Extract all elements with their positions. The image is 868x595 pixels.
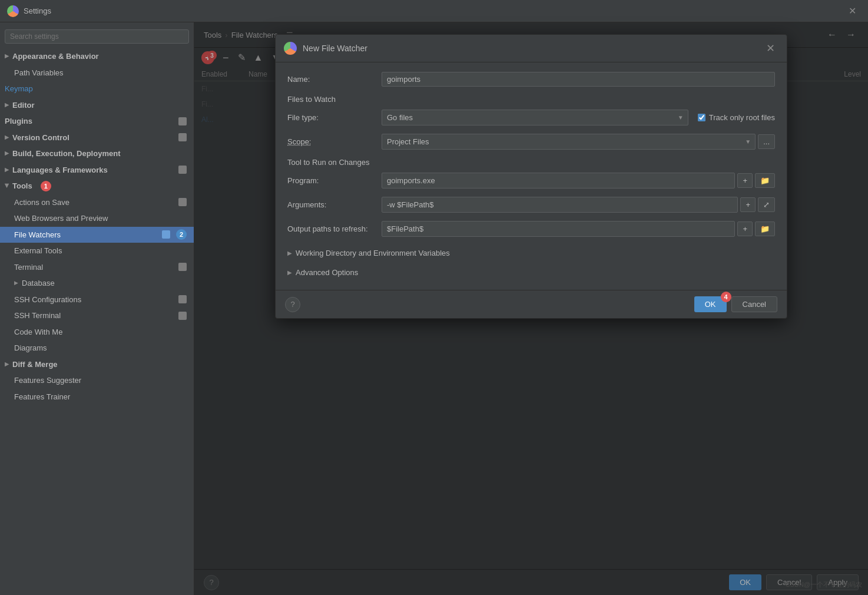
program-row: Program: + 📁 — [287, 173, 775, 189]
arguments-row: Arguments: + ⤢ — [287, 197, 775, 213]
dialog-footer: ? OK 4 Cancel — [276, 290, 787, 318]
sidebar-item-label: Terminal — [14, 262, 43, 273]
app-icon — [7, 5, 19, 17]
sidebar-item-actions-save[interactable]: Actions on Save — [0, 194, 194, 211]
file-type-select-container: Go files ▼ — [382, 110, 688, 125]
sidebar-item-path-variables[interactable]: Path Variables — [0, 65, 194, 81]
file-watchers-badge: 2 — [176, 229, 187, 240]
advanced-options-label: Advanced Options — [296, 268, 358, 277]
file-type-label: File type: — [287, 113, 382, 122]
file-type-select-wrapper: Go files ▼ Track only root files — [382, 110, 775, 125]
titlebar: Settings ✕ — [0, 0, 868, 22]
arguments-label-text: Arguments: — [287, 200, 326, 209]
sidebar-item-label: Languages & Frameworks — [12, 164, 108, 176]
file-type-select[interactable]: Go files — [382, 110, 688, 125]
sidebar-item-editor[interactable]: ▶ Editor — [0, 97, 194, 114]
sidebar-item-diagrams[interactable]: Diagrams — [0, 340, 194, 356]
expand-arrow-editor: ▶ — [5, 101, 9, 110]
new-file-watcher-dialog: New File Watcher ✕ Name: Files to Watch … — [275, 34, 787, 319]
sidebar-item-plugins[interactable]: Plugins — [0, 113, 194, 130]
expand-arrow: ▶ — [5, 52, 9, 61]
sidebar-item-features-trainer[interactable]: Features Trainer — [0, 389, 194, 405]
sidebar-item-vcs[interactable]: ▶ Version Control — [0, 130, 194, 146]
dialog-icon — [284, 42, 297, 55]
sidebar-item-label: Path Variables — [14, 67, 64, 79]
sidebar-item-features-suggester[interactable]: Features Suggester — [0, 372, 194, 389]
sidebar-item-label: Actions on Save — [14, 197, 69, 209]
sidebar-item-label: Web Browsers and Preview — [14, 213, 108, 224]
sidebar-item-terminal[interactable]: Terminal — [0, 259, 194, 276]
scope-dots-button[interactable]: ... — [758, 134, 775, 149]
sidebar-item-ssh-config[interactable]: SSH Configurations — [0, 292, 194, 308]
working-dir-header[interactable]: ▶ Working Directory and Environment Vari… — [287, 245, 775, 261]
sidebar-item-tools[interactable]: ▶ Tools 1 — [0, 178, 194, 194]
scope-select-wrapper: Project Files Project Production Files A… — [382, 134, 775, 150]
program-add-button[interactable]: + — [737, 173, 753, 188]
output-paths-input[interactable] — [382, 221, 735, 237]
output-paths-folder-button[interactable]: 📁 — [755, 222, 775, 236]
advanced-options-header[interactable]: ▶ Advanced Options — [287, 265, 775, 280]
search-input[interactable] — [5, 29, 189, 44]
expand-arrow-tools: ▶ — [3, 184, 11, 188]
dialog-ok-label: OK — [705, 300, 716, 309]
sidebar-item-ssh-terminal[interactable]: SSH Terminal — [0, 308, 194, 324]
sidebar-item-label: Version Control — [12, 132, 69, 144]
working-dir-section: ▶ Working Directory and Environment Vari… — [287, 245, 775, 261]
dialog-cancel-button[interactable]: Cancel — [731, 296, 777, 312]
vcs-icon — [178, 133, 187, 141]
dialog-title: New File Watcher — [303, 44, 763, 53]
program-label: Program: — [287, 176, 382, 185]
sidebar-item-label: Tools — [12, 180, 32, 192]
expand-arrow-build: ▶ — [5, 150, 9, 158]
name-input[interactable] — [382, 72, 775, 87]
arguments-expand-button[interactable]: ⤢ — [758, 197, 775, 212]
dialog-body: Name: Files to Watch File type: Go files… — [276, 62, 787, 290]
dialog-help-button[interactable]: ? — [285, 297, 300, 312]
sidebar-item-label: Editor — [12, 100, 35, 111]
scope-select[interactable]: Project Files Project Production Files A… — [382, 134, 756, 150]
sidebar-item-label: Build, Execution, Deployment — [12, 148, 120, 160]
scope-label: Scope: — [287, 137, 382, 146]
sidebar-item-label: Plugins — [5, 115, 32, 127]
sidebar-item-appearance[interactable]: ▶ Appearance & Behavior — [0, 48, 194, 65]
output-paths-add-button[interactable]: + — [737, 222, 753, 236]
close-button[interactable]: ✕ — [844, 3, 861, 19]
dialog-header: New File Watcher ✕ — [276, 35, 787, 62]
sidebar-item-label: Diagrams — [14, 342, 47, 354]
scope-select-container: Project Files Project Production Files A… — [382, 134, 756, 150]
arguments-add-button[interactable]: + — [740, 197, 756, 212]
dialog-ok-button[interactable]: OK 4 — [694, 296, 727, 312]
advanced-options-section: ▶ Advanced Options — [287, 265, 775, 280]
name-row: Name: — [287, 72, 775, 87]
sidebar-item-languages[interactable]: ▶ Languages & Frameworks — [0, 162, 194, 178]
arguments-label: Arguments: — [287, 200, 382, 209]
expand-arrow-lang: ▶ — [5, 166, 9, 174]
working-dir-label: Working Directory and Environment Variab… — [296, 249, 450, 257]
sidebar-item-database[interactable]: ▶ Database — [0, 275, 194, 292]
track-root-text: Track only root files — [709, 113, 775, 122]
dialog-footer-buttons: OK 4 Cancel — [694, 296, 777, 312]
dialog-backdrop: New File Watcher ✕ Name: Files to Watch … — [194, 22, 868, 595]
track-root-checkbox[interactable] — [698, 114, 705, 121]
advanced-options-arrow: ▶ — [287, 269, 292, 276]
dialog-close-button[interactable]: ✕ — [763, 41, 778, 56]
sidebar-item-label: External Tools — [14, 245, 62, 257]
sidebar-item-label: SSH Configurations — [14, 294, 81, 306]
tools-badge: 1 — [41, 181, 51, 191]
sidebar-item-label: Diff & Merge — [12, 359, 58, 371]
sidebar-item-label: Appearance & Behavior — [12, 51, 99, 62]
scope-row: Scope: Project Files Project Production … — [287, 134, 775, 150]
program-label-text: Program: — [287, 176, 319, 185]
sidebar-item-code-with-me[interactable]: Code With Me — [0, 324, 194, 341]
sidebar-item-keymap[interactable]: Keymap — [0, 81, 194, 97]
program-folder-button[interactable]: 📁 — [755, 173, 775, 188]
arguments-input[interactable] — [382, 197, 738, 213]
sidebar-item-build[interactable]: ▶ Build, Execution, Deployment — [0, 146, 194, 162]
sidebar-item-file-watchers[interactable]: File Watchers 2 — [0, 227, 194, 243]
program-input[interactable] — [382, 173, 735, 189]
window-title: Settings — [24, 6, 844, 15]
sidebar-item-web-browsers[interactable]: Web Browsers and Preview — [0, 210, 194, 227]
actions-icon — [178, 198, 187, 206]
sidebar-item-external-tools[interactable]: External Tools — [0, 243, 194, 259]
sidebar-item-diff-merge[interactable]: ▶ Diff & Merge — [0, 356, 194, 373]
